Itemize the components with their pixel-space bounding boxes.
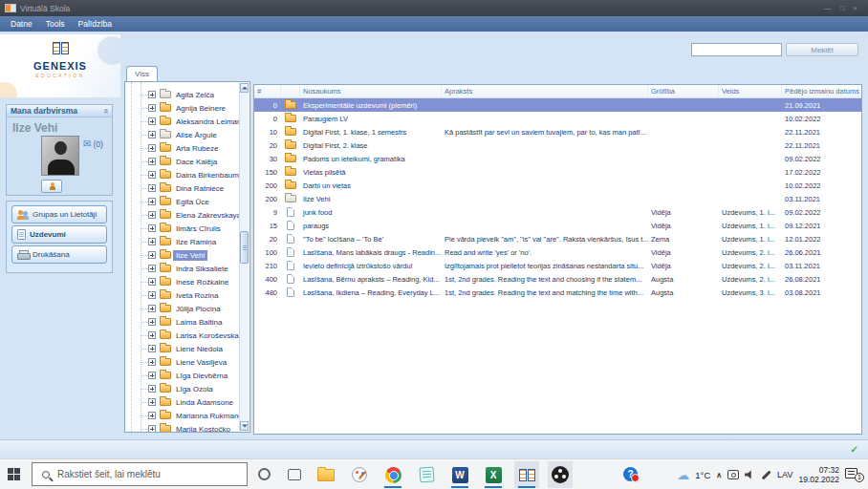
expand-icon[interactable] (148, 238, 156, 245)
tree-item[interactable]: Linda Ādamsone (125, 395, 239, 409)
table-row[interactable]: 30 Padoms un ieteikumi, gramatika 09.02.… (254, 152, 861, 165)
notification-center-icon[interactable]: 1 (845, 467, 864, 482)
tree-item[interactable]: Līga Ozola (125, 382, 239, 395)
tree-item[interactable]: Aleksandra Leimane (125, 115, 239, 128)
scroll-down-button[interactable] (240, 421, 249, 431)
expand-icon[interactable] (148, 144, 156, 152)
user-card-button[interactable] (41, 180, 62, 193)
table-row[interactable]: 0 Eksperimentālie uzdevumi (piemēri) 21.… (254, 98, 861, 112)
task-view-icon[interactable] (288, 469, 301, 480)
expand-icon[interactable] (148, 372, 156, 379)
speaker-icon[interactable] (745, 470, 755, 479)
expand-icon[interactable] (148, 305, 156, 312)
table-row[interactable]: 20 "To be" locīšana – 'To Be' Pie vārda … (254, 232, 861, 245)
paint-icon[interactable] (347, 461, 372, 488)
menu-item[interactable]: Palīdzība (72, 16, 119, 32)
tree-item[interactable]: Ilze Ramiņa (125, 235, 239, 248)
app-search-input[interactable] (691, 43, 782, 56)
tree-item[interactable]: Egita Ūce (125, 195, 239, 208)
obs-icon[interactable] (548, 461, 573, 488)
taskbar-clock[interactable]: 07:32 19.02.2022 (798, 465, 839, 484)
expand-icon[interactable] (148, 318, 156, 326)
table-row[interactable]: 400 Lasīšana, Bērnu apraksts – Reading, … (254, 272, 861, 286)
device-icon[interactable] (727, 470, 739, 479)
table-row[interactable]: 100 Lasīšana, Mans labākais draugs - Rea… (254, 245, 861, 259)
expand-icon[interactable] (148, 224, 156, 232)
mail-indicator[interactable]: ✉ (0) (83, 139, 103, 149)
temperature[interactable]: 1°C (695, 470, 710, 480)
taskbar-search[interactable] (32, 462, 248, 486)
expand-icon[interactable] (148, 211, 156, 219)
tree-item[interactable]: Elena Zakrevskaya (125, 208, 239, 222)
table-row[interactable]: 150 Vietas pilsētā 17.02.2022 (254, 165, 861, 179)
chrome-icon[interactable] (380, 461, 405, 488)
table-row[interactable]: 210 Ievieto definīcijā iztrūkstošo vārdu… (254, 259, 861, 272)
expand-icon[interactable] (148, 412, 156, 419)
expand-icon[interactable] (148, 345, 156, 352)
table-row[interactable]: 480 Lasīšana, Ikdiena – Reading, Everyda… (254, 286, 861, 299)
genexis-app-icon[interactable] (514, 461, 539, 488)
help-icon[interactable]: ? (623, 467, 638, 481)
table-row[interactable]: 20 Digital First, 2. klase 22.11.2021 (254, 138, 861, 152)
tree-item[interactable]: Ilmārs Cīrulis (125, 222, 239, 235)
expand-icon[interactable] (148, 131, 156, 138)
table-row[interactable]: 10 Digital First, 1. klase, 1 semestrs K… (254, 125, 861, 138)
expand-icon[interactable] (148, 184, 156, 192)
table-row[interactable]: 200 Darbi un vietas 10.02.2022 (254, 179, 861, 192)
nav-button-printing[interactable]: Drukāšana (11, 245, 107, 264)
tree-item[interactable]: Dina Ratniece (125, 181, 239, 195)
expand-icon[interactable] (148, 278, 156, 286)
header-kind[interactable]: Veids (719, 85, 782, 97)
header-difficulty[interactable]: Grūtība (648, 85, 719, 97)
expand-icon[interactable] (148, 385, 156, 393)
expand-icon[interactable] (148, 91, 156, 98)
close-button[interactable]: × (853, 4, 857, 13)
menu-item[interactable]: Tools (39, 16, 72, 32)
tree-item[interactable]: Daina Birkenbauma (125, 168, 239, 181)
word-icon[interactable]: W (447, 461, 472, 488)
tree-item[interactable]: Liene Niedola (125, 342, 239, 355)
tree-item[interactable]: Dace Kalēja (125, 155, 239, 168)
table-row[interactable]: 0 Paraugiem LV 10.02.2022 (254, 112, 861, 125)
expand-icon[interactable] (148, 171, 156, 179)
tree-item[interactable]: Marija Kostočko (125, 422, 239, 432)
nav-button-tasks[interactable]: Uzdevumi (11, 225, 107, 244)
file-explorer-icon[interactable] (314, 461, 338, 488)
tree-item[interactable]: Marianna Rukmane (125, 409, 239, 422)
tree-item[interactable]: Līga Dievbērna (125, 369, 239, 382)
maximize-button[interactable]: □ (839, 4, 844, 13)
tree-item[interactable]: Liene Vasiļjeva (125, 355, 239, 369)
header-name[interactable]: Nosaukums (300, 85, 442, 97)
cortana-icon[interactable] (258, 468, 271, 480)
table-row[interactable]: 15 paraugs Vidēja Uzdevums, 1. i... 09.1… (254, 219, 861, 232)
tree-scrollbar[interactable] (239, 83, 249, 431)
scroll-up-button[interactable] (240, 83, 249, 93)
pen-icon[interactable] (762, 470, 771, 479)
expand-icon[interactable] (148, 425, 156, 432)
tree-item[interactable]: Arta Rubeze (125, 141, 239, 155)
expand-icon[interactable] (148, 251, 156, 259)
tree-item[interactable]: Agita Zelča (125, 88, 239, 101)
language-indicator[interactable]: LAV (777, 470, 792, 479)
expand-icon[interactable] (148, 398, 156, 406)
tree-item[interactable]: Agnija Beinere (125, 101, 239, 115)
tab-all[interactable]: Viss (126, 66, 158, 81)
scroll-thumb[interactable] (240, 231, 249, 264)
expand-icon[interactable] (148, 198, 156, 205)
workspace-panel-header[interactable]: Mana darbvirsma « (7, 105, 112, 117)
expand-icon[interactable] (148, 265, 156, 272)
tree-item[interactable]: Iveta Roziņa (125, 288, 239, 302)
nav-button-groups-users[interactable]: Grupas un Lietotāji (11, 205, 107, 223)
menu-item[interactable]: Datne (4, 16, 39, 32)
expand-icon[interactable] (148, 117, 156, 125)
tree-item[interactable]: Alise Ārgule (125, 128, 239, 141)
tree-item[interactable]: Jūlija Plociņa (125, 302, 239, 315)
weather-icon[interactable]: ☁ (677, 469, 689, 481)
minimize-button[interactable]: — (823, 4, 831, 13)
notepad-icon[interactable] (414, 461, 439, 488)
expand-icon[interactable] (148, 291, 156, 299)
tree-item[interactable]: Indra Siksaliete (125, 262, 239, 275)
collapse-icon[interactable]: « (101, 108, 110, 113)
expand-icon[interactable] (148, 331, 156, 339)
header-description[interactable]: Apraksts (442, 85, 648, 97)
